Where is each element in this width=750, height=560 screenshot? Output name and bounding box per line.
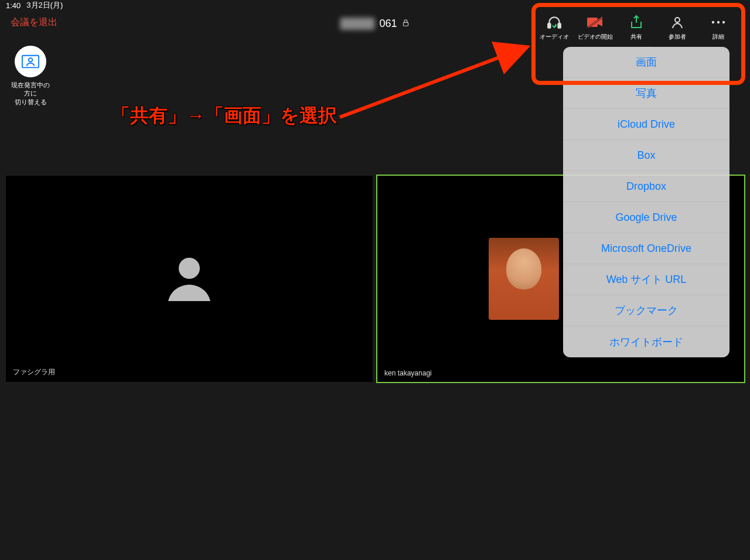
toolbar-label: 詳細 xyxy=(712,33,724,41)
svg-point-9 xyxy=(712,21,714,23)
annotation-text: 「共有」→「画面」を選択 xyxy=(111,103,337,129)
speaker-switch-label: 現在発言中の 方に 切り替える xyxy=(11,81,50,106)
svg-point-11 xyxy=(722,21,725,23)
meeting-title: ████ 061 xyxy=(340,18,410,30)
share-option-onedrive[interactable]: Microsoft OneDrive xyxy=(563,233,729,264)
toolbar-label: ビデオの開始 xyxy=(578,33,613,41)
share-popover: 画面 写真 iCloud Drive Box Dropbox Google Dr… xyxy=(563,47,729,357)
share-icon xyxy=(629,14,643,30)
toolbar-more-button[interactable]: 詳細 xyxy=(704,14,732,41)
status-date: 3月2日(月) xyxy=(26,0,63,11)
svg-point-13 xyxy=(179,258,200,279)
svg-rect-3 xyxy=(548,23,550,28)
toolbar-share-button[interactable]: 共有 xyxy=(622,14,650,41)
title-visible-part: 061 xyxy=(379,18,397,30)
video-off-icon xyxy=(587,14,604,30)
share-option-url[interactable]: Web サイト URL xyxy=(563,264,729,295)
share-option-screen[interactable]: 画面 xyxy=(563,47,729,78)
leave-meeting-button[interactable]: 会議を退出 xyxy=(11,16,57,29)
svg-rect-0 xyxy=(403,22,408,26)
speaker-view-icon xyxy=(15,46,46,77)
toolbar-label: オーディオ xyxy=(540,33,569,41)
share-option-bookmark[interactable]: ブックマーク xyxy=(563,295,729,326)
share-option-box[interactable]: Box xyxy=(563,140,729,171)
participant-name: ken takayanagi xyxy=(384,369,432,377)
toolbar-participants-button[interactable]: 参加者 xyxy=(663,14,691,41)
video-tile[interactable]: ファシグラ用 xyxy=(6,176,373,382)
person-icon xyxy=(670,14,684,30)
toolbar-video-button[interactable]: ビデオの開始 xyxy=(581,14,609,41)
status-bar: 1:40 3月2日(月) xyxy=(0,0,750,11)
svg-point-8 xyxy=(675,18,680,22)
more-icon xyxy=(711,14,726,30)
svg-point-2 xyxy=(29,58,33,62)
title-blurred-part: ████ xyxy=(340,18,374,30)
status-time: 1:40 xyxy=(6,1,21,10)
toolbar-label: 共有 xyxy=(630,33,642,41)
share-option-icloud[interactable]: iCloud Drive xyxy=(563,109,729,140)
toolbar-label: 参加者 xyxy=(669,33,686,41)
annotation-arrow xyxy=(334,35,545,123)
share-option-dropbox[interactable]: Dropbox xyxy=(563,171,729,202)
share-option-whiteboard[interactable]: ホワイトボード xyxy=(563,326,729,357)
participant-video-thumb xyxy=(489,238,559,320)
share-option-gdrive[interactable]: Google Drive xyxy=(563,202,729,233)
svg-rect-4 xyxy=(558,23,561,28)
meeting-toolbar: オーディオ ビデオの開始 共有 参加者 詳細 xyxy=(534,12,738,43)
avatar-placeholder-icon xyxy=(161,250,217,308)
share-option-photos[interactable]: 写真 xyxy=(563,78,729,109)
svg-line-12 xyxy=(340,47,527,117)
lock-icon xyxy=(402,18,410,30)
headphones-icon xyxy=(547,14,562,30)
switch-to-speaker[interactable]: 現在発言中の 方に 切り替える xyxy=(11,46,50,106)
toolbar-audio-button[interactable]: オーディオ xyxy=(540,14,568,41)
popover-caret xyxy=(640,47,652,47)
participant-name: ファシグラ用 xyxy=(13,367,55,377)
svg-point-10 xyxy=(717,21,720,23)
